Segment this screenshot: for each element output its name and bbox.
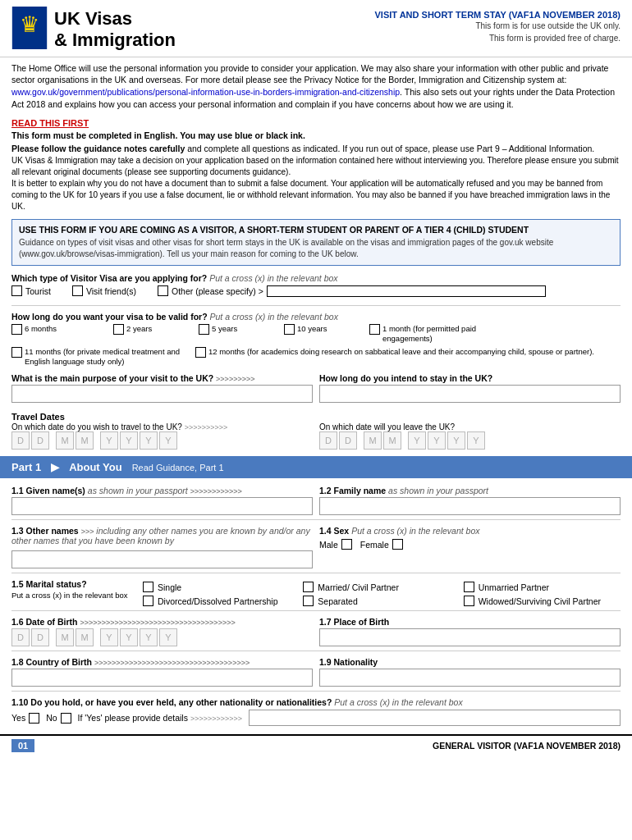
validity-2years-checkbox[interactable] bbox=[113, 324, 124, 335]
no-option[interactable]: No bbox=[46, 713, 71, 724]
other-specify-input[interactable] bbox=[267, 285, 546, 297]
leave-year2[interactable]: Y bbox=[428, 431, 446, 450]
depart-month1[interactable]: M bbox=[56, 431, 74, 450]
leave-month1[interactable]: M bbox=[364, 431, 382, 450]
visa-validity-question: How long do you want your visa to be val… bbox=[11, 312, 621, 322]
place-of-birth-input[interactable] bbox=[319, 628, 621, 646]
info-block: The Home Office will use the personal in… bbox=[0, 57, 632, 114]
other-checkbox[interactable] bbox=[158, 285, 168, 296]
depart-year2[interactable]: Y bbox=[120, 431, 138, 450]
single-option[interactable]: Single bbox=[143, 582, 300, 592]
validity-6months-checkbox[interactable] bbox=[11, 324, 22, 335]
org-title: UK Visas & Immigration bbox=[54, 8, 176, 52]
separated-checkbox[interactable] bbox=[303, 596, 314, 606]
validity-5years[interactable]: 5 years bbox=[199, 324, 281, 335]
part1-guidance: Read Guidance, Part 1 bbox=[132, 463, 224, 472]
unmarried-checkbox[interactable] bbox=[464, 582, 474, 592]
visit-friend-option[interactable]: Visit friend(s) bbox=[72, 285, 136, 296]
separated-label: Separated bbox=[318, 596, 357, 606]
visit-friend-checkbox[interactable] bbox=[72, 285, 83, 296]
validity-11months[interactable]: 11 months (for private medical treatment… bbox=[11, 347, 192, 368]
validity-1month[interactable]: 1 month (for permitted paid engagements) bbox=[369, 324, 517, 345]
validity-6months[interactable]: 6 months bbox=[11, 324, 110, 335]
validity-2years[interactable]: 2 years bbox=[113, 324, 195, 335]
dob-year1[interactable]: Y bbox=[100, 628, 118, 646]
validity-1month-checkbox[interactable] bbox=[369, 324, 380, 335]
marital-grid: Single Married/ Civil Partner Unmarried … bbox=[143, 582, 621, 606]
divorced-option[interactable]: Divorced/Dissolved Partnership bbox=[143, 596, 300, 606]
yes-checkbox[interactable] bbox=[29, 713, 39, 724]
yes-option[interactable]: Yes bbox=[11, 713, 39, 724]
validity-10years-checkbox[interactable] bbox=[284, 324, 295, 335]
validity-10years[interactable]: 10 years bbox=[284, 324, 366, 335]
separated-option[interactable]: Separated bbox=[303, 596, 460, 606]
validity-5years-checkbox[interactable] bbox=[199, 324, 209, 335]
field-1-5-sub: Put a cross (x) in the relevant box bbox=[11, 591, 135, 600]
married-label: Married/ Civil Partner bbox=[318, 582, 399, 592]
depart-day2[interactable]: D bbox=[31, 431, 49, 450]
depart-month2[interactable]: M bbox=[76, 431, 94, 450]
field-1-6-col: 1.6 Date of Birth >>>>>>>>>>>>>>>>>>>>>>… bbox=[11, 617, 313, 646]
tourist-checkbox[interactable] bbox=[11, 285, 22, 296]
married-option[interactable]: Married/ Civil Partner bbox=[303, 582, 460, 592]
leave-day1[interactable]: D bbox=[319, 431, 337, 450]
male-option[interactable]: Male bbox=[319, 539, 352, 550]
field-1-1-col: 1.1 Given name(s) as shown in your passp… bbox=[11, 486, 313, 515]
main-purpose-label: What is the main purpose of your visit t… bbox=[11, 373, 313, 383]
leave-year3[interactable]: Y bbox=[447, 431, 465, 450]
depart-year1[interactable]: Y bbox=[100, 431, 118, 450]
other-nationality-input[interactable] bbox=[249, 710, 621, 726]
widowed-option[interactable]: Widowed/Surviving Civil Partner bbox=[464, 596, 621, 606]
validity-11months-checkbox[interactable] bbox=[11, 347, 22, 358]
intend-stay-input[interactable] bbox=[319, 385, 621, 403]
given-names-input[interactable] bbox=[11, 497, 313, 515]
depart-day1[interactable]: D bbox=[11, 431, 30, 450]
divorced-checkbox[interactable] bbox=[143, 596, 153, 606]
crown-emblem-icon: ♛ bbox=[11, 7, 48, 49]
female-checkbox[interactable] bbox=[392, 539, 403, 550]
leave-day2[interactable]: D bbox=[339, 431, 357, 450]
dob-date-row: D D M M Y Y Y Y bbox=[11, 628, 313, 646]
leave-year1[interactable]: Y bbox=[408, 431, 426, 450]
single-checkbox[interactable] bbox=[143, 582, 153, 592]
family-name-input[interactable] bbox=[319, 497, 621, 515]
dob-month2[interactable]: M bbox=[76, 628, 94, 646]
depart-year4[interactable]: Y bbox=[159, 431, 177, 450]
leave-month2[interactable]: M bbox=[383, 431, 401, 450]
leave-year4[interactable]: Y bbox=[467, 431, 485, 450]
field-1-6-1-7-row: 1.6 Date of Birth >>>>>>>>>>>>>>>>>>>>>>… bbox=[0, 614, 632, 648]
nationality-input[interactable] bbox=[319, 669, 621, 687]
marital-status-layout: 1.5 Marital status? Put a cross (x) in t… bbox=[11, 579, 621, 606]
visitor-visa-options: Tourist Visit friend(s) Other (please sp… bbox=[11, 285, 621, 297]
validity-6months-label: 6 months bbox=[25, 324, 57, 334]
page-number: 01 bbox=[11, 739, 34, 752]
main-purpose-input[interactable] bbox=[11, 385, 313, 403]
validity-12months-checkbox[interactable] bbox=[195, 347, 206, 358]
field-1-9-label: 1.9 Nationality bbox=[319, 657, 621, 667]
depart-year3[interactable]: Y bbox=[140, 431, 158, 450]
country-of-birth-input[interactable] bbox=[11, 669, 313, 687]
no-checkbox[interactable] bbox=[61, 713, 71, 724]
widowed-checkbox[interactable] bbox=[464, 596, 474, 606]
dob-day1[interactable]: D bbox=[11, 628, 30, 646]
dob-year4[interactable]: Y bbox=[159, 628, 177, 646]
field-1-3-col: 1.3 Other names >>> including any other … bbox=[11, 526, 313, 568]
unmarried-option[interactable]: Unmarried Partner bbox=[464, 582, 621, 592]
dob-day2[interactable]: D bbox=[31, 628, 49, 646]
married-checkbox[interactable] bbox=[303, 582, 314, 592]
dob-month1[interactable]: M bbox=[56, 628, 74, 646]
other-names-input[interactable] bbox=[11, 550, 313, 568]
header: ♛ UK Visas & Immigration VISIT AND SHORT… bbox=[0, 0, 632, 57]
privacy-link[interactable]: www.gov.uk/government/publications/perso… bbox=[11, 87, 400, 97]
other-option[interactable]: Other (please specify) > bbox=[158, 285, 546, 297]
validity-1month-label: 1 month (for permitted paid engagements) bbox=[382, 324, 517, 345]
intend-stay-label: How long do you intend to stay in the UK… bbox=[319, 373, 621, 383]
if-yes-label: If 'Yes' please provide details >>>>>>>>… bbox=[78, 713, 242, 723]
validity-12months[interactable]: 12 months (for academics doing research … bbox=[195, 347, 621, 368]
dob-year3[interactable]: Y bbox=[140, 628, 158, 646]
dob-year2[interactable]: Y bbox=[120, 628, 138, 646]
male-checkbox[interactable] bbox=[341, 539, 352, 550]
other-names-sex-grid: 1.3 Other names >>> including any other … bbox=[11, 526, 621, 568]
tourist-option[interactable]: Tourist bbox=[11, 285, 51, 296]
female-option[interactable]: Female bbox=[360, 539, 403, 550]
